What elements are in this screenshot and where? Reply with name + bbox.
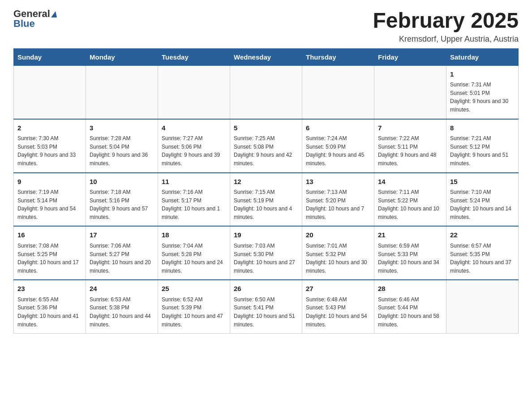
calendar-cell [14,65,86,119]
day-info: Sunrise: 6:59 AM Sunset: 5:33 PM Dayligh… [378,242,442,275]
day-info: Sunrise: 7:25 AM Sunset: 5:08 PM Dayligh… [234,134,298,167]
day-info: Sunrise: 7:04 AM Sunset: 5:28 PM Dayligh… [162,242,226,275]
day-info: Sunrise: 6:50 AM Sunset: 5:41 PM Dayligh… [234,295,298,329]
day-number: 26 [234,284,298,294]
calendar-cell: 10Sunrise: 7:18 AM Sunset: 5:16 PM Dayli… [86,173,158,227]
day-info: Sunrise: 7:06 AM Sunset: 5:27 PM Dayligh… [90,242,154,275]
calendar-cell: 13Sunrise: 7:13 AM Sunset: 5:20 PM Dayli… [302,173,374,227]
day-info: Sunrise: 6:55 AM Sunset: 5:36 PM Dayligh… [17,295,82,329]
day-info: Sunrise: 7:11 AM Sunset: 5:22 PM Dayligh… [378,188,442,221]
calendar-cell: 7Sunrise: 7:22 AM Sunset: 5:11 PM Daylig… [374,119,446,173]
day-number: 19 [234,230,298,240]
day-info: Sunrise: 7:18 AM Sunset: 5:16 PM Dayligh… [90,188,154,221]
calendar-cell: 15Sunrise: 7:10 AM Sunset: 5:24 PM Dayli… [446,173,519,227]
col-tuesday: Tuesday [158,48,230,65]
day-number: 8 [450,123,515,133]
day-info: Sunrise: 7:03 AM Sunset: 5:30 PM Dayligh… [234,242,298,275]
day-info: Sunrise: 6:52 AM Sunset: 5:39 PM Dayligh… [162,295,226,329]
day-number: 6 [306,123,370,133]
calendar-cell: 1Sunrise: 7:31 AM Sunset: 5:01 PM Daylig… [446,65,519,119]
calendar-cell: 8Sunrise: 7:21 AM Sunset: 5:12 PM Daylig… [446,119,519,173]
day-info: Sunrise: 7:22 AM Sunset: 5:11 PM Dayligh… [378,134,442,167]
logo-blue-text: Blue [13,19,35,29]
day-number: 17 [90,230,154,240]
calendar-cell: 25Sunrise: 6:52 AM Sunset: 5:39 PM Dayli… [158,280,230,333]
calendar-cell: 18Sunrise: 7:04 AM Sunset: 5:28 PM Dayli… [158,226,230,280]
col-saturday: Saturday [446,48,519,65]
day-number: 24 [90,284,154,294]
day-number: 4 [162,123,226,133]
day-info: Sunrise: 6:46 AM Sunset: 5:44 PM Dayligh… [378,295,442,329]
calendar-cell: 2Sunrise: 7:30 AM Sunset: 5:03 PM Daylig… [14,119,86,173]
month-title: February 2025 [373,9,519,33]
day-number: 27 [306,284,370,294]
day-info: Sunrise: 7:19 AM Sunset: 5:14 PM Dayligh… [17,188,82,221]
day-number: 15 [450,177,515,187]
day-info: Sunrise: 7:16 AM Sunset: 5:17 PM Dayligh… [162,188,226,221]
day-info: Sunrise: 7:27 AM Sunset: 5:06 PM Dayligh… [162,134,226,167]
calendar-row-4: 16Sunrise: 7:08 AM Sunset: 5:25 PM Dayli… [14,226,519,280]
calendar-cell: 22Sunrise: 6:57 AM Sunset: 5:35 PM Dayli… [446,226,519,280]
day-number: 9 [17,177,82,187]
day-number: 13 [306,177,370,187]
calendar-cell [374,65,446,119]
day-info: Sunrise: 7:24 AM Sunset: 5:09 PM Dayligh… [306,134,370,167]
day-info: Sunrise: 7:28 AM Sunset: 5:04 PM Dayligh… [90,134,154,167]
calendar-cell [158,65,230,119]
logo: General Blue [13,9,57,29]
day-number: 22 [450,230,515,240]
day-number: 21 [378,230,442,240]
day-info: Sunrise: 6:57 AM Sunset: 5:35 PM Dayligh… [450,242,515,275]
calendar-cell: 3Sunrise: 7:28 AM Sunset: 5:04 PM Daylig… [86,119,158,173]
day-info: Sunrise: 7:15 AM Sunset: 5:19 PM Dayligh… [234,188,298,221]
calendar-cell: 26Sunrise: 6:50 AM Sunset: 5:41 PM Dayli… [230,280,302,333]
calendar-cell [86,65,158,119]
calendar-cell: 4Sunrise: 7:27 AM Sunset: 5:06 PM Daylig… [158,119,230,173]
calendar-cell: 5Sunrise: 7:25 AM Sunset: 5:08 PM Daylig… [230,119,302,173]
logo-text: General [13,9,57,19]
calendar-row-5: 23Sunrise: 6:55 AM Sunset: 5:36 PM Dayli… [14,280,519,333]
day-number: 18 [162,230,226,240]
calendar-cell [302,65,374,119]
col-sunday: Sunday [14,48,86,65]
col-friday: Friday [374,48,446,65]
day-number: 16 [17,230,82,240]
location-text: Kremsdorf, Upper Austria, Austria [373,34,519,44]
calendar-cell: 17Sunrise: 7:06 AM Sunset: 5:27 PM Dayli… [86,226,158,280]
calendar-cell: 24Sunrise: 6:53 AM Sunset: 5:38 PM Dayli… [86,280,158,333]
day-info: Sunrise: 7:13 AM Sunset: 5:20 PM Dayligh… [306,188,370,221]
calendar-cell: 27Sunrise: 6:48 AM Sunset: 5:43 PM Dayli… [302,280,374,333]
calendar-cell: 23Sunrise: 6:55 AM Sunset: 5:36 PM Dayli… [14,280,86,333]
day-number: 25 [162,284,226,294]
day-info: Sunrise: 6:48 AM Sunset: 5:43 PM Dayligh… [306,295,370,329]
day-info: Sunrise: 7:31 AM Sunset: 5:01 PM Dayligh… [450,81,515,114]
day-number: 3 [90,123,154,133]
day-number: 12 [234,177,298,187]
calendar-cell: 11Sunrise: 7:16 AM Sunset: 5:17 PM Dayli… [158,173,230,227]
calendar-cell: 19Sunrise: 7:03 AM Sunset: 5:30 PM Dayli… [230,226,302,280]
calendar-cell: 28Sunrise: 6:46 AM Sunset: 5:44 PM Dayli… [374,280,446,333]
calendar-cell: 9Sunrise: 7:19 AM Sunset: 5:14 PM Daylig… [14,173,86,227]
day-info: Sunrise: 7:08 AM Sunset: 5:25 PM Dayligh… [17,242,82,275]
day-number: 1 [450,69,515,80]
day-info: Sunrise: 7:10 AM Sunset: 5:24 PM Dayligh… [450,188,515,221]
day-info: Sunrise: 7:01 AM Sunset: 5:32 PM Dayligh… [306,242,370,275]
calendar-row-1: 1Sunrise: 7:31 AM Sunset: 5:01 PM Daylig… [14,65,519,119]
calendar-row-2: 2Sunrise: 7:30 AM Sunset: 5:03 PM Daylig… [14,119,519,173]
calendar-cell: 20Sunrise: 7:01 AM Sunset: 5:32 PM Dayli… [302,226,374,280]
calendar-cell: 14Sunrise: 7:11 AM Sunset: 5:22 PM Dayli… [374,173,446,227]
calendar-header-row: Sunday Monday Tuesday Wednesday Thursday… [14,48,519,65]
day-info: Sunrise: 7:30 AM Sunset: 5:03 PM Dayligh… [17,134,82,167]
day-number: 7 [378,123,442,133]
day-number: 28 [378,284,442,294]
calendar-table: Sunday Monday Tuesday Wednesday Thursday… [13,48,519,334]
col-monday: Monday [86,48,158,65]
col-wednesday: Wednesday [230,48,302,65]
day-number: 14 [378,177,442,187]
page-header: General Blue February 2025 Kremsdorf, Up… [13,9,519,44]
day-number: 2 [17,123,82,133]
calendar-cell: 6Sunrise: 7:24 AM Sunset: 5:09 PM Daylig… [302,119,374,173]
calendar-cell: 21Sunrise: 6:59 AM Sunset: 5:33 PM Dayli… [374,226,446,280]
day-number: 11 [162,177,226,187]
day-number: 5 [234,123,298,133]
